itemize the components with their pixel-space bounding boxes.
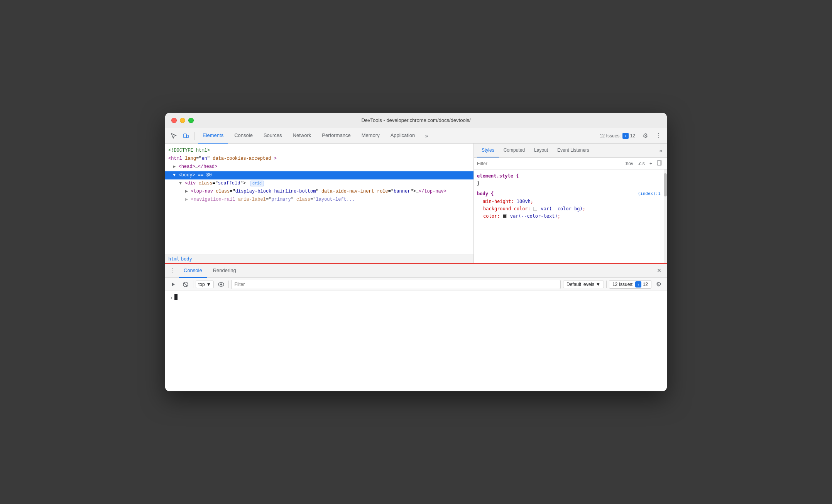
styles-more-icon[interactable]: »	[658, 146, 664, 155]
style-rule-body: body { (index):1 min-height: 100vh; back…	[477, 190, 661, 220]
console-issues-label: 12 Issues:	[612, 282, 634, 287]
dom-html[interactable]: <html lang="en" data-cookies-accepted >	[165, 155, 473, 163]
tab-sources[interactable]: Sources	[259, 128, 287, 144]
scrollbar-thumb	[664, 173, 667, 196]
style-prop-color[interactable]: color: var(--color-text);	[477, 213, 661, 220]
settings-icon[interactable]: ⚙	[640, 130, 651, 141]
styles-filter-input[interactable]	[477, 161, 620, 166]
console-settings-icon[interactable]: ⚙	[654, 279, 664, 289]
hov-button[interactable]: :hov	[623, 160, 635, 167]
console-context-selector[interactable]: top ▼	[196, 281, 214, 288]
elements-panel: <!DOCTYPE html> <html lang="en" data-coo…	[165, 144, 474, 263]
context-arrow-icon: ▼	[206, 282, 211, 287]
default-levels-button[interactable]: Default levels ▼	[563, 281, 604, 288]
devtools-toolbar: Elements Console Sources Network Perform…	[165, 128, 667, 144]
console-separator-2	[228, 281, 229, 288]
style-prop-minheight[interactable]: min-height: 100vh;	[477, 198, 661, 205]
styles-tabs: Styles Computed Layout Event Listeners »	[474, 144, 667, 158]
tab-layout[interactable]: Layout	[529, 144, 553, 157]
dom-nav-rail[interactable]: ▶ <navigation-rail aria-label="primary" …	[165, 196, 473, 204]
context-label: top	[198, 282, 205, 287]
styles-content: element.style { } body { (index):1	[474, 169, 664, 263]
execute-context-icon[interactable]	[168, 279, 178, 289]
tab-elements[interactable]: Elements	[198, 128, 228, 144]
tab-performance[interactable]: Performance	[317, 128, 355, 144]
drawer-tab-console[interactable]: Console	[179, 264, 207, 278]
console-issues-badge-icon: i	[635, 281, 641, 288]
issues-label: 12 Issues:	[600, 133, 621, 139]
styles-filter-bar: :hov .cls +	[474, 158, 667, 169]
style-rule-element: element.style { }	[477, 173, 661, 187]
console-toolbar: top ▼ Default levels ▼ 12 Issue	[165, 278, 667, 291]
levels-label: Default levels	[567, 282, 594, 287]
close-button[interactable]	[171, 118, 177, 123]
tab-network[interactable]: Network	[288, 128, 316, 144]
issues-badge-icon: i	[622, 133, 629, 139]
console-separator-3	[606, 281, 607, 288]
add-style-icon[interactable]: +	[648, 160, 654, 167]
breadcrumb-html[interactable]: html	[168, 256, 179, 262]
more-options-icon[interactable]: ⋮	[653, 130, 664, 141]
console-content: ›	[165, 291, 667, 391]
svg-rect-1	[187, 135, 188, 138]
svg-text:i: i	[638, 283, 639, 286]
grid-badge[interactable]: grid	[250, 181, 264, 186]
selector-element-style[interactable]: element.style {	[477, 173, 519, 179]
styles-content-wrapper: element.style { } body { (index):1	[474, 169, 667, 263]
svg-text:i: i	[625, 135, 626, 137]
style-source[interactable]: (index):1	[638, 190, 661, 197]
traffic-lights	[171, 118, 194, 123]
color-swatch-light	[533, 207, 537, 211]
console-separator	[193, 281, 193, 288]
console-filter-input[interactable]	[231, 280, 561, 289]
levels-arrow-icon: ▼	[596, 282, 600, 287]
toolbar-separator	[194, 132, 195, 140]
maximize-button[interactable]	[188, 118, 194, 123]
dom-scaffold[interactable]: ▼ <div class="scaffold"> grid	[165, 179, 473, 188]
svg-line-8	[184, 282, 188, 286]
console-input-area: ›	[165, 291, 667, 304]
tab-memory[interactable]: Memory	[357, 128, 384, 144]
issues-button[interactable]: 12 Issues: i 12	[597, 131, 638, 140]
window-title: DevTools - developer.chrome.com/docs/dev…	[361, 117, 470, 123]
main-panels: <!DOCTYPE html> <html lang="en" data-coo…	[165, 144, 667, 263]
console-issues-button[interactable]: 12 Issues: i 12	[609, 280, 651, 289]
drawer-menu-icon[interactable]: ⋮	[168, 266, 178, 276]
devtools-body: <!DOCTYPE html> <html lang="en" data-coo…	[165, 144, 667, 391]
toggle-sidebar-icon[interactable]	[655, 159, 664, 167]
tab-computed[interactable]: Computed	[499, 144, 529, 157]
console-drawer: ⋮ Console Rendering × top	[165, 263, 667, 391]
eye-icon[interactable]	[216, 279, 226, 289]
device-toggle-icon[interactable]	[181, 130, 191, 141]
tab-application[interactable]: Application	[386, 128, 420, 144]
dom-doctype[interactable]: <!DOCTYPE html>	[165, 147, 473, 155]
minimize-button[interactable]	[180, 118, 185, 123]
svg-rect-5	[660, 161, 662, 165]
more-tabs-icon[interactable]: »	[421, 130, 432, 141]
clear-console-icon[interactable]	[181, 279, 191, 289]
drawer-close-icon[interactable]: ×	[654, 266, 664, 276]
dom-tree: <!DOCTYPE html> <html lang="en" data-coo…	[165, 144, 473, 254]
dom-top-nav[interactable]: ▶ <top-nav class="display-block hairline…	[165, 188, 473, 196]
tab-event-listeners[interactable]: Event Listeners	[553, 144, 594, 157]
style-prop-bgcolor[interactable]: background-color: var(--color-bg);	[477, 205, 661, 213]
issues-count: 12	[630, 133, 635, 139]
console-cursor[interactable]	[174, 294, 178, 301]
tab-console[interactable]: Console	[230, 128, 257, 144]
tab-styles[interactable]: Styles	[477, 144, 499, 157]
dom-body-selected[interactable]: ▼ <body> == $0	[165, 171, 473, 179]
styles-scrollbar[interactable]	[664, 169, 667, 263]
color-swatch-dark	[503, 214, 507, 218]
styles-panel: Styles Computed Layout Event Listeners »…	[474, 144, 667, 263]
console-prompt-icon: ›	[170, 294, 173, 301]
cls-button[interactable]: .cls	[636, 160, 646, 167]
console-issues-count: 12	[643, 282, 648, 287]
breadcrumb-body[interactable]: body	[181, 256, 192, 262]
dom-head[interactable]: ▶ <head>…</head>	[165, 163, 473, 171]
selector-body[interactable]: body {	[477, 191, 494, 196]
svg-marker-6	[172, 282, 175, 286]
inspect-element-icon[interactable]	[168, 130, 179, 141]
breadcrumb: html body	[165, 254, 473, 263]
title-bar: DevTools - developer.chrome.com/docs/dev…	[165, 113, 667, 128]
drawer-tab-rendering[interactable]: Rendering	[208, 264, 241, 278]
